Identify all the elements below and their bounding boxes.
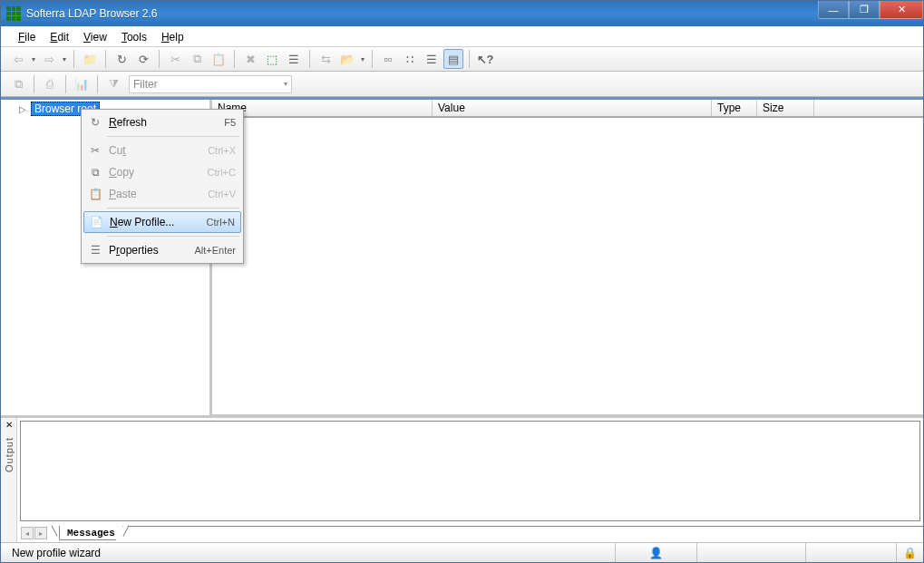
status-middle-pane <box>696 543 805 562</box>
new-profile-icon: 📄 <box>88 214 104 230</box>
menu-edit[interactable]: Edit <box>44 29 75 45</box>
status-lock-pane: 🔒 <box>896 543 923 562</box>
status-right-pane <box>805 543 896 562</box>
close-button[interactable]: ✕ <box>880 1 923 19</box>
refresh-icon: ↻ <box>87 114 103 131</box>
output-tab-next[interactable]: ▸ <box>34 527 47 539</box>
back-button[interactable]: ⇦ <box>8 49 28 69</box>
window-title: Softerra LDAP Browser 2.6 <box>26 7 158 20</box>
app-window: Softerra LDAP Browser 2.6 — ❐ ✕ File Edi… <box>0 0 924 563</box>
menu-view[interactable]: View <box>77 29 113 45</box>
delete-button[interactable]: ✖ <box>240 49 260 69</box>
maximize-button[interactable]: ❐ <box>849 1 880 19</box>
refresh-single-button[interactable]: ↻ <box>112 49 131 69</box>
minimize-button[interactable]: — <box>818 1 849 19</box>
col-name[interactable]: Name <box>212 100 433 116</box>
copy-button[interactable]: ⧉ <box>187 49 207 69</box>
paste-button[interactable]: 📋 <box>209 49 229 69</box>
up-button[interactable]: 📁 <box>80 49 100 69</box>
user-icon: 👤 <box>649 547 663 559</box>
menu-file[interactable]: File <box>12 29 42 45</box>
refresh-all-button[interactable]: ⟳ <box>133 49 153 69</box>
menu-help[interactable]: Help <box>155 29 190 45</box>
output-tabs: ◂ ▸ ╲ Messages ╱ <box>17 524 923 542</box>
print-button[interactable]: ⎙ <box>40 74 60 94</box>
ctx-properties[interactable]: ☰ Properties Alt+Enter <box>83 239 241 261</box>
context-menu: ↻ Refresh F5 ✂ Cut Ctrl+X ⧉ Copy Ctrl+C … <box>81 109 244 264</box>
filter-placeholder: Filter <box>133 78 158 91</box>
find-folder-button[interactable]: 📂 <box>337 49 357 69</box>
filter-funnel-icon: ⧩ <box>103 74 123 94</box>
main-toolbar: ⇦▾ ⇨▾ 📁 ↻ ⟳ ✂ ⧉ 📋 ✖ ⬚ ☰ ⇆ 📂▾ ▫▫ ∷ ☰ ▤ ↖? <box>1 46 923 72</box>
copy-result-button[interactable]: ⧉ <box>8 74 28 94</box>
output-text-area[interactable] <box>20 421 920 521</box>
menu-tools[interactable]: Tools <box>115 29 153 45</box>
compare-button[interactable]: ⇆ <box>316 49 336 69</box>
view-details-button[interactable]: ▤ <box>443 49 463 69</box>
output-tab-messages[interactable]: Messages <box>59 526 123 540</box>
chart-button[interactable]: 📊 <box>72 74 92 94</box>
col-spacer <box>814 100 923 116</box>
main-area: ▷ Browser root ↻ Refresh F5 ✂ Cut Ctrl+X… <box>1 97 923 415</box>
ctx-copy: ⧉ Copy Ctrl+C <box>83 161 241 183</box>
output-body: ◂ ▸ ╲ Messages ╱ <box>17 418 923 542</box>
status-user-pane: 👤 <box>615 543 696 562</box>
ctx-new-profile[interactable]: 📄 New Profile... Ctrl+N <box>83 211 241 233</box>
help-pointer-button[interactable]: ↖? <box>475 49 495 69</box>
app-icon <box>6 6 21 21</box>
output-sidebar: ✕ Output <box>1 418 17 542</box>
view-list-button[interactable]: ☰ <box>422 49 442 69</box>
output-label: Output <box>4 437 15 472</box>
expand-icon[interactable]: ▷ <box>17 104 27 114</box>
paste-icon: 📋 <box>87 186 103 202</box>
col-size[interactable]: Size <box>757 100 814 116</box>
menu-bar: File Edit View Tools Help <box>1 26 923 46</box>
lock-icon: 🔒 <box>903 547 917 559</box>
status-bar: New profile wizard 👤 🔒 <box>1 542 923 562</box>
title-bar: Softerra LDAP Browser 2.6 — ❐ ✕ <box>1 1 923 26</box>
list-body[interactable] <box>212 118 923 415</box>
list-pane: Name Value Type Size <box>212 100 923 415</box>
view-small-icons-button[interactable]: ∷ <box>400 49 420 69</box>
col-type[interactable]: Type <box>712 100 757 116</box>
properties-button[interactable]: ☰ <box>284 49 304 69</box>
forward-button[interactable]: ⇨ <box>39 49 59 69</box>
ctx-cut: ✂ Cut Ctrl+X <box>83 140 241 161</box>
copy-icon: ⧉ <box>87 164 103 180</box>
cut-button[interactable]: ✂ <box>165 49 185 69</box>
tree-pane: ▷ Browser root ↻ Refresh F5 ✂ Cut Ctrl+X… <box>1 100 212 415</box>
properties-icon: ☰ <box>87 242 103 258</box>
filter-input[interactable]: Filter ▾ <box>129 75 292 93</box>
view-large-icons-button[interactable]: ▫▫ <box>378 49 398 69</box>
output-close-button[interactable]: ✕ <box>5 420 13 430</box>
status-text: New profile wizard <box>6 543 615 562</box>
new-entry-button[interactable]: ⬚ <box>262 49 282 69</box>
window-controls: — ❐ ✕ <box>818 1 923 19</box>
output-tab-prev[interactable]: ◂ <box>21 527 34 539</box>
secondary-toolbar: ⧉ ⎙ 📊 ⧩ Filter ▾ <box>1 72 923 97</box>
ctx-refresh[interactable]: ↻ Refresh F5 <box>83 112 241 133</box>
col-value[interactable]: Value <box>433 100 712 116</box>
output-panel: ✕ Output ◂ ▸ ╲ Messages ╱ <box>1 415 923 542</box>
ctx-paste: 📋 Paste Ctrl+V <box>83 183 241 205</box>
cut-icon: ✂ <box>87 142 103 159</box>
list-header: Name Value Type Size <box>212 100 923 118</box>
